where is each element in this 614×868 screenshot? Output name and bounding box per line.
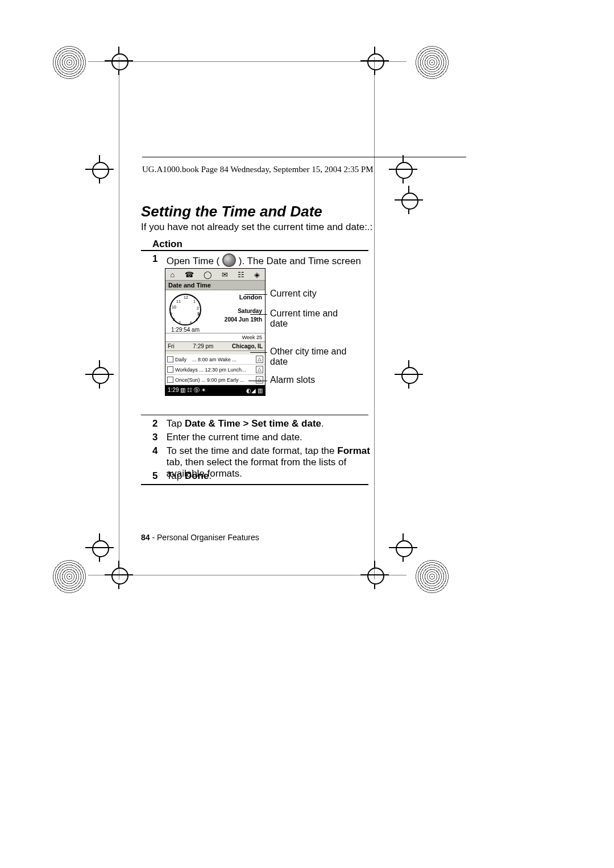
step-2-pre: Tap xyxy=(167,418,185,429)
checkbox-icon xyxy=(167,377,173,383)
callout-other-city: Other city time and date xyxy=(270,347,361,367)
checkbox-icon xyxy=(167,366,173,373)
step-5-pre: Tap xyxy=(167,470,185,481)
alarm-row: Daily ... 8:00 am Wake ... △ xyxy=(165,354,265,365)
ss-current-date: 2004 Jun 19th xyxy=(205,315,262,324)
analog-clock-icon: 12 1 2 3 4 5 7 8 9 10 11 xyxy=(169,294,201,326)
ss-other-city-row: Fri 7:29 pm Chicago, IL xyxy=(165,342,265,351)
alarm-row: Workdays ... 12:30 pm Lunch... △ xyxy=(165,365,265,375)
bell-icon: △ xyxy=(256,366,263,373)
intro-text: If you have not already set the current … xyxy=(141,222,372,233)
sound-icon: ◐◢ ▥ xyxy=(246,387,263,394)
ss-other-time: 7:29 pm xyxy=(193,343,213,349)
callout-line xyxy=(244,294,267,295)
phone-icon: ☎ xyxy=(185,270,194,279)
time-app-icon xyxy=(222,253,236,267)
ss-top-icon-row: ⌂ ☎ ◯ ✉ ☷ ◈ xyxy=(165,269,265,281)
more-icon: ◈ xyxy=(254,270,260,279)
step-2-post: . xyxy=(321,418,324,429)
callout-line xyxy=(248,381,267,381)
alarm-row: Once(Sun) ... 9:00 pm Early ... △ xyxy=(165,375,265,385)
contacts-icon: ☷ xyxy=(238,270,244,279)
globe-icon: ◯ xyxy=(204,270,212,279)
step-5-bold: Done xyxy=(185,470,209,481)
footer-page-num: 84 xyxy=(141,533,150,542)
page-top-rule xyxy=(142,157,466,158)
message-icon: ✉ xyxy=(222,270,228,279)
action-heading: Action xyxy=(152,239,182,250)
page-footer: 84 - Personal Organiser Features xyxy=(141,533,259,542)
ss-other-city: Chicago, IL xyxy=(232,343,263,349)
step-divider xyxy=(141,415,368,415)
bell-icon: △ xyxy=(256,376,263,383)
page-header: UG.A1000.book Page 84 Wednesday, Septemb… xyxy=(142,165,374,174)
action-rule-top xyxy=(141,250,368,251)
step-2: 2 Tap Date & Time > Set time & date. xyxy=(152,418,374,429)
step-3: 3 Enter the current time and date. xyxy=(152,432,374,443)
step-end-rule xyxy=(141,484,368,485)
callout-line xyxy=(250,314,267,315)
step-4-pre: To set the time and date format, tap the xyxy=(167,445,338,456)
step-4-bold: Format xyxy=(337,445,370,456)
step-2-bold: Date & Time > Set time & date xyxy=(185,418,321,429)
step-5: 5 Tap Done. xyxy=(152,470,374,482)
step-1-pre: Open Time ( xyxy=(167,256,220,266)
ss-digital-time: 1:29:54 am xyxy=(165,327,205,333)
ss-other-day: Fri xyxy=(168,343,175,349)
ss-status-bar: 1:29 ▥ ☷ ⓑ ✶ ◐◢ ▥ xyxy=(165,385,265,395)
callout-current-city: Current city xyxy=(270,289,317,299)
date-time-screenshot: ⌂ ☎ ◯ ✉ ☷ ◈ Date and Time 12 1 2 3 4 5 7… xyxy=(165,268,265,396)
step-3-text: Enter the current time and date. xyxy=(167,432,371,443)
home-icon: ⌂ xyxy=(171,270,175,279)
section-title: Setting the Time and Date xyxy=(141,203,322,220)
callout-alarm-slots: Alarm slots xyxy=(270,375,315,385)
footer-text: - Personal Organiser Features xyxy=(150,533,259,542)
step-5-post: . xyxy=(209,470,211,481)
bell-icon: △ xyxy=(256,356,263,363)
battery-icon: ▥ ☷ ⓑ ✶ xyxy=(180,387,205,393)
callout-current-time: Current time and date xyxy=(270,308,350,329)
ss-week: Week 25 xyxy=(242,335,262,340)
checkbox-icon xyxy=(167,356,173,362)
ss-status-time: 1:29 xyxy=(168,387,179,393)
callout-line xyxy=(250,352,267,353)
ss-window-title: Date and Time xyxy=(165,281,265,290)
